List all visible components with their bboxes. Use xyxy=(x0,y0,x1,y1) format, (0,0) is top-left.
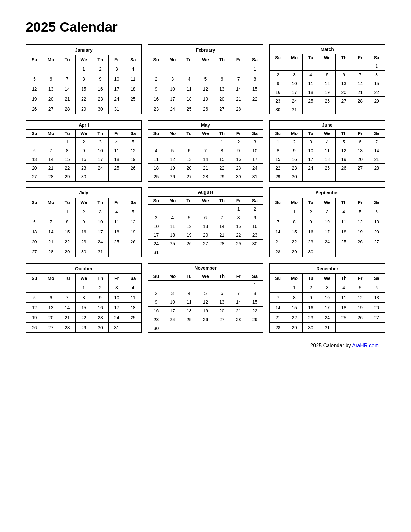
day-header-mo: Mo xyxy=(164,197,181,205)
calendar-day: 18 xyxy=(125,84,142,94)
day-header-mo: Mo xyxy=(286,54,302,62)
day-header-tu: Tu xyxy=(303,198,319,207)
calendar-day: 14 xyxy=(230,298,247,307)
day-header-su: Su xyxy=(26,198,43,207)
calendar-day: 28 xyxy=(269,323,286,333)
calendar-day: 9 xyxy=(92,74,108,84)
calendar-day: 16 xyxy=(286,155,302,164)
calendar-day: 6 xyxy=(214,74,230,84)
calendar-day xyxy=(336,62,352,71)
month-title-july: July xyxy=(26,188,142,198)
calendar-day: 13 xyxy=(368,217,385,227)
day-header-fr: Fr xyxy=(108,55,125,64)
calendar-day xyxy=(247,248,263,257)
calendar-day: 1 xyxy=(59,207,75,217)
calendar-day: 7 xyxy=(59,293,75,303)
month-table-january: JanuarySuMoTuWeThFrSa1234567891011121314… xyxy=(26,44,142,114)
calendar-day: 11 xyxy=(181,298,197,307)
month-title-november: November xyxy=(148,263,263,272)
calendar-day: 6 xyxy=(368,283,385,293)
day-header-sa: Sa xyxy=(368,54,385,62)
month-table-may: MaySuMoTuWeThFrSa12345678910111213141516… xyxy=(148,120,264,182)
calendar-day: 26 xyxy=(26,323,43,333)
calendar-day: 24 xyxy=(319,237,336,247)
calendar-day xyxy=(286,62,302,71)
calendar-day: 29 xyxy=(286,323,302,333)
day-header-tu: Tu xyxy=(59,55,75,64)
calendar-day: 9 xyxy=(148,84,164,94)
calendar-day xyxy=(197,64,214,74)
calendar-day: 14 xyxy=(352,79,368,88)
day-header-su: Su xyxy=(269,54,286,62)
calendar-day: 18 xyxy=(108,155,125,164)
calendar-day xyxy=(43,138,59,146)
day-header-we: We xyxy=(75,273,92,283)
footer-text: 2025 Calendar by xyxy=(310,343,352,348)
day-header-mo: Mo xyxy=(286,273,302,283)
calendar-day: 15 xyxy=(230,222,247,231)
day-header-sa: Sa xyxy=(247,130,263,138)
calendar-day: 22 xyxy=(214,164,230,172)
calendar-day: 5 xyxy=(197,74,214,84)
calendar-day xyxy=(92,172,108,182)
calendar-day: 21 xyxy=(230,94,247,104)
month-title-january: January xyxy=(26,45,142,55)
calendar-day: 23 xyxy=(286,164,302,172)
calendar-day xyxy=(125,323,142,333)
calendar-day: 1 xyxy=(75,283,92,293)
calendar-day: 3 xyxy=(92,207,108,217)
calendar-day: 19 xyxy=(197,94,214,104)
calendar-day xyxy=(108,172,125,182)
calendar-day: 17 xyxy=(92,155,108,164)
day-header-mo: Mo xyxy=(164,55,181,64)
calendar-day xyxy=(197,205,214,213)
calendar-day: 3 xyxy=(286,71,302,79)
calendar-day: 10 xyxy=(92,217,108,227)
calendar-day: 29 xyxy=(75,104,92,114)
calendar-day: 1 xyxy=(75,64,92,74)
calendar-day: 26 xyxy=(164,172,181,182)
calendar-day xyxy=(125,172,142,182)
day-header-th: Th xyxy=(336,54,352,62)
day-header-su: Su xyxy=(148,55,164,64)
day-header-we: We xyxy=(197,197,214,205)
day-header-sa: Sa xyxy=(247,197,263,205)
calendar-day: 21 xyxy=(352,88,368,97)
calendar-day: 22 xyxy=(269,164,286,172)
calendar-day xyxy=(336,323,352,333)
calendar-day: 3 xyxy=(303,138,319,146)
calendar-day: 12 xyxy=(336,146,352,155)
calendar-day: 23 xyxy=(75,164,92,172)
calendar-day xyxy=(214,281,230,289)
calendar-day: 15 xyxy=(214,155,230,164)
calendar-day: 3 xyxy=(319,283,336,293)
calendar-day: 13 xyxy=(368,293,385,303)
calendar-day: 4 xyxy=(303,71,319,79)
day-header-su: Su xyxy=(26,273,43,283)
page-title: 2025 Calendar xyxy=(26,19,385,35)
calendar-day: 4 xyxy=(181,289,197,298)
calendar-day xyxy=(197,281,214,289)
calendar-day: 6 xyxy=(197,213,214,222)
calendar-day xyxy=(125,104,142,114)
calendar-day: 21 xyxy=(43,237,59,247)
calendar-day: 4 xyxy=(164,213,181,222)
calendar-day: 19 xyxy=(352,227,368,237)
day-header-we: We xyxy=(75,198,92,207)
calendar-day: 17 xyxy=(108,84,125,94)
calendar-day: 20 xyxy=(368,303,385,313)
footer-link[interactable]: AraHR.com xyxy=(352,343,379,348)
calendar-day: 16 xyxy=(230,155,247,164)
calendar-day: 18 xyxy=(125,303,142,313)
calendar-day: 6 xyxy=(26,217,43,227)
calendar-day: 25 xyxy=(108,164,125,172)
month-table-december: DecemberSuMoTuWeThFrSa123456789101112131… xyxy=(269,263,385,333)
calendar-day: 25 xyxy=(336,313,352,323)
footer: 2025 Calendar by AraHR.com xyxy=(26,343,385,349)
day-header-we: We xyxy=(319,273,336,283)
calendar-day xyxy=(164,205,181,213)
day-header-su: Su xyxy=(269,273,286,283)
calendar-day: 4 xyxy=(125,64,142,74)
calendar-day: 12 xyxy=(352,293,368,303)
calendar-day: 13 xyxy=(214,84,230,94)
